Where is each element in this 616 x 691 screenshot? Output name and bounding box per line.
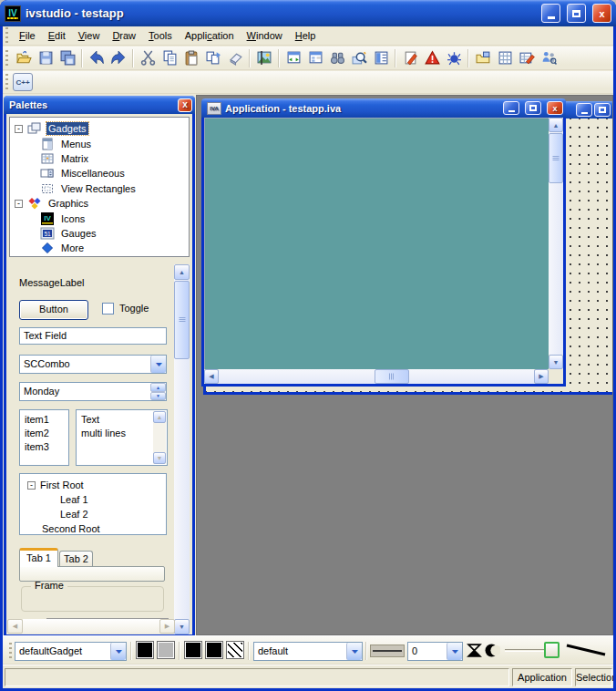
close-button[interactable]: x — [612, 103, 613, 117]
scroll-up-icon[interactable]: ▲ — [174, 264, 190, 280]
application-canvas[interactable] — [204, 118, 549, 369]
tab-2[interactable]: Tab 2 — [59, 551, 93, 567]
form-button[interactable] — [304, 47, 326, 68]
minimize-button[interactable] — [503, 101, 519, 115]
menu-file[interactable]: File — [13, 27, 42, 44]
debug-bug-button[interactable] — [443, 47, 465, 68]
gadget-combo-dropdown-button[interactable]: ▼ — [110, 643, 126, 660]
undo-button[interactable] — [86, 47, 108, 68]
fill-color-swatch[interactable] — [205, 641, 223, 659]
tree-sample[interactable]: - First Root Leaf 1 Leaf 2 Second Root — [19, 473, 167, 535]
line-color-swatch[interactable] — [184, 641, 202, 659]
maximize-button[interactable] — [594, 103, 611, 117]
redo-button[interactable] — [108, 47, 129, 68]
line-style-preview[interactable] — [370, 645, 405, 657]
image-button[interactable] — [253, 47, 275, 68]
scrollbar-thumb[interactable] — [549, 133, 563, 183]
cut-button[interactable] — [137, 47, 159, 68]
test-window-button[interactable] — [282, 47, 304, 68]
scrollbar-thumb[interactable] — [174, 281, 190, 359]
line-width-combo-dropdown-button[interactable]: ▼ — [447, 643, 462, 660]
tree-expander-icon[interactable]: - — [27, 481, 36, 490]
scrollbar-thumb[interactable] — [375, 369, 409, 384]
list-sample[interactable]: item1 item2 item3 — [19, 409, 69, 466]
background-color-swatch[interactable] — [157, 641, 175, 659]
duplicate-button[interactable] — [202, 47, 224, 68]
close-button[interactable]: x — [547, 101, 563, 115]
list-item[interactable]: item3 — [25, 440, 64, 454]
zoom-button[interactable] — [348, 47, 370, 68]
copy-button[interactable] — [159, 47, 180, 68]
warning-button[interactable] — [421, 47, 443, 68]
foreground-color-swatch[interactable] — [136, 641, 154, 659]
tree-item-matrix[interactable]: Matrix — [10, 151, 189, 166]
fill-pattern-swatch[interactable] — [226, 641, 244, 659]
palettes-close-button[interactable]: x — [178, 98, 192, 112]
find-group-button[interactable] — [538, 47, 560, 68]
sccombo-dropdown-button[interactable]: ▼ — [150, 356, 166, 373]
transparency-slider-handle[interactable] — [544, 642, 560, 658]
tab-1[interactable]: Tab 1 — [19, 548, 58, 567]
application-window-title-bar[interactable]: IVA Application - testapp.iva x — [201, 98, 566, 118]
menu-draw[interactable]: Draw — [106, 27, 142, 44]
font-style-combo-dropdown-button[interactable]: ▼ — [346, 643, 362, 660]
open-button[interactable] — [13, 47, 35, 68]
edit-note-button[interactable] — [399, 47, 421, 68]
tree-sample-item[interactable]: - First Root — [20, 478, 166, 492]
scroll-right-icon[interactable]: ▶ — [534, 369, 549, 384]
tree-item-menus[interactable]: Menus — [10, 136, 189, 150]
scroll-right-icon[interactable]: ▶ — [159, 619, 175, 634]
export-folder-button[interactable] — [472, 47, 494, 68]
matrix-window-button[interactable] — [494, 47, 516, 68]
font-style-combo[interactable]: default ▼ — [253, 642, 363, 661]
sccombo-sample[interactable]: SCCombo ▼ — [19, 355, 167, 374]
tree-item-view-rectangles[interactable]: View Rectangles — [10, 181, 189, 196]
scroll-down-icon[interactable]: ▼ — [174, 619, 190, 634]
paste-button[interactable] — [180, 47, 202, 68]
toggle-checkbox[interactable] — [102, 303, 114, 315]
line-width-combo[interactable]: 0 ▼ — [407, 642, 463, 661]
line-sample[interactable] — [565, 642, 607, 658]
button-sample[interactable]: Button — [19, 300, 88, 320]
scroll-up-icon[interactable]: ▲ — [153, 411, 166, 423]
spinner-sample[interactable]: Monday ▲ ▼ — [19, 382, 167, 401]
maximize-button[interactable] — [567, 4, 586, 23]
close-button[interactable]: x — [592, 4, 611, 23]
textarea-sample[interactable]: Text multi lines ▲ ▼ — [76, 409, 168, 466]
vertical-scrollbar[interactable]: ▲ ▼ — [549, 118, 563, 369]
menu-tools[interactable]: Tools — [142, 27, 179, 44]
maximize-button[interactable] — [525, 101, 541, 115]
list-item[interactable]: item1 — [25, 413, 64, 427]
menu-edit[interactable]: Edit — [42, 27, 72, 44]
gadget-combo[interactable]: defaultGadget ▼ — [15, 642, 127, 661]
scroll-down-icon[interactable]: ▼ — [549, 355, 563, 369]
tree-item-icons[interactable]: IV Icons — [10, 211, 189, 225]
toolbar-gripper[interactable] — [5, 50, 8, 67]
tree-expander-icon[interactable]: - — [15, 125, 23, 133]
tree-expander-icon[interactable]: - — [15, 200, 23, 208]
menu-window[interactable]: Window — [241, 27, 289, 44]
tree-item-graphics[interactable]: - Graphics — [10, 196, 189, 211]
find-button[interactable] — [326, 47, 348, 68]
menu-view[interactable]: View — [72, 27, 107, 44]
palettes-title-bar[interactable]: Palettes x — [4, 96, 195, 114]
toolbar-gripper[interactable] — [5, 27, 8, 44]
spin-up-button[interactable]: ▲ — [150, 383, 166, 392]
scroll-up-icon[interactable]: ▲ — [549, 118, 563, 132]
tree-sample-item[interactable]: Leaf 2 — [20, 507, 166, 521]
scroll-down-icon[interactable]: ▼ — [153, 452, 166, 464]
toolbar-gripper[interactable] — [5, 74, 8, 90]
minimize-button[interactable] — [541, 4, 560, 23]
scroll-left-icon[interactable]: ◀ — [7, 619, 23, 634]
tree-item-more[interactable]: More — [10, 241, 189, 255]
tree-sample-item[interactable]: Second Root — [20, 521, 166, 536]
tree-item-miscellaneous[interactable]: Miscellaneous — [10, 166, 189, 180]
textarea-scrollbar[interactable]: ▲ ▼ — [153, 411, 166, 464]
horizontal-scrollbar[interactable]: ◀ ▶ — [204, 369, 549, 384]
palette-horizontal-scrollbar[interactable]: ◀ ▶ — [7, 619, 175, 634]
palette-vertical-scrollbar[interactable]: ▲ ▼ — [174, 264, 190, 634]
save-button[interactable] — [35, 47, 56, 68]
toolbar-gripper[interactable] — [9, 643, 12, 659]
text-field-sample[interactable]: Text Field — [19, 327, 167, 345]
tree-item-gauges[interactable]: 51 Gauges — [10, 226, 189, 241]
